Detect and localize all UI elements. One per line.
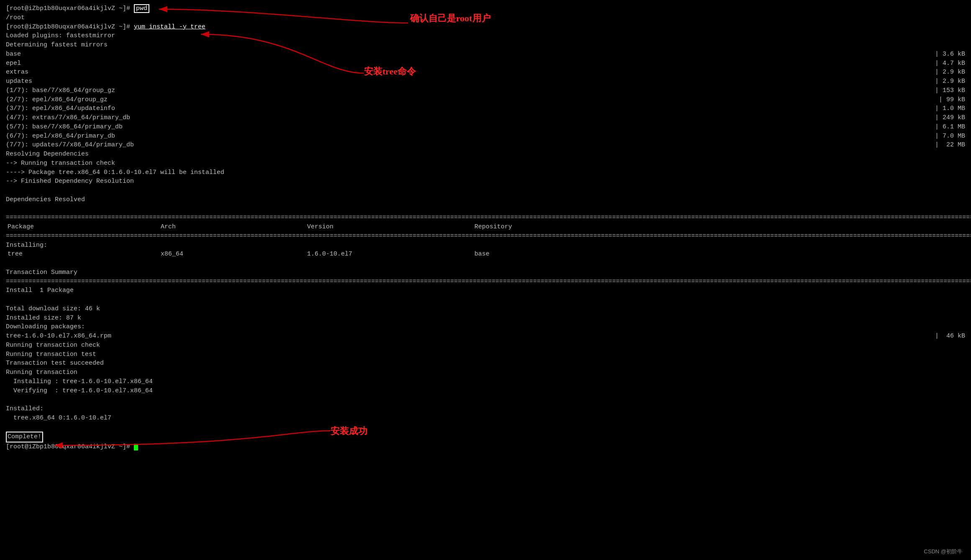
installed-label: Installed: — [6, 404, 965, 414]
terminal-line-15: (6/7): epel/x86_64/primary_db| 7.0 MB — [6, 132, 965, 141]
blank-after-pkg — [6, 259, 965, 268]
terminal-line-14: (5/7): base/7/x86_64/primary_db| 6.1 MB — [6, 123, 965, 132]
col-package: Package — [6, 222, 161, 232]
size-extras: | 2.9 kB — [935, 68, 965, 77]
pkg-version: 1.6.0-10.el7 — [307, 250, 474, 259]
run-transaction-check: Running transaction check — [6, 341, 965, 350]
annotation-install-tree: 安装tree命令 — [364, 65, 416, 78]
prompt-3: [root@iZbp1b80uqxar06a4ikjlvZ ~]# — [6, 23, 134, 31]
blank-3 — [6, 295, 965, 304]
terminal-line-10: (1/7): base/7/x86_64/group_gz| 153 kB — [6, 86, 965, 95]
run-transaction-test: Running transaction test — [6, 350, 965, 359]
size-6of7: | 7.0 MB — [935, 132, 965, 141]
terminal-line-19: ----> Package tree.x86_64 0:1.6.0-10.el7… — [6, 168, 965, 177]
terminal-line-20: --> Finished Dependency Resolution — [6, 177, 965, 186]
terminal-line-blank-2 — [6, 205, 965, 214]
size-updates: | 2.9 kB — [935, 77, 965, 86]
terminal-line-17: Resolving Dependencies — [6, 150, 965, 159]
col-arch: Arch — [161, 222, 307, 232]
downloading-label: Downloading packages: — [6, 322, 965, 332]
terminal-line-blank-1 — [6, 186, 965, 195]
terminal-line-4: Loaded plugins: fastestmirror — [6, 31, 965, 41]
prompt-1: [root@iZbp1b80uqxar06a4ikjlvZ ~]# — [6, 5, 134, 12]
pkg-repo: base — [474, 250, 965, 259]
size-epel: | 4.7 kB — [935, 59, 965, 68]
final-prompt-line: [root@iZbp1b80uqxar06a4ikjlvZ ~]# — [6, 442, 965, 452]
yum-command: yum install -y tree — [134, 23, 205, 31]
size-4of7: | 249 kB — [935, 113, 965, 123]
col-repository: Repository — [474, 222, 965, 232]
complete-text: Complete! — [6, 432, 43, 442]
terminal: [root@iZbp1b80uqxar06a4ikjlvZ ~]# pwd /r… — [0, 0, 971, 560]
pkg-arch: x86_64 — [161, 250, 307, 259]
installing-tree: Installing : tree-1.6.0-10.el7.x86_64 — [6, 377, 965, 386]
install-count: Install 1 Package — [6, 286, 965, 295]
col-version: Version — [307, 222, 474, 232]
complete-line: Complete! — [6, 432, 965, 442]
blank-4 — [6, 395, 965, 404]
rpm-size: | 46 kB — [935, 332, 965, 341]
rpm-download-line: tree-1.6.0-10.el7.x86_64.rpm| 46 kB — [6, 332, 965, 341]
verifying-tree: Verifying : tree-1.6.0-10.el7.x86_64 — [6, 386, 965, 396]
separator-2: ========================================… — [6, 232, 965, 241]
cursor — [134, 444, 138, 450]
pwd-command: pwd — [134, 4, 149, 13]
terminal-line-16: (7/7): updates/7/x86_64/primary_db| 22 M… — [6, 141, 965, 150]
size-7of7: | 22 MB — [935, 141, 965, 150]
total-download: Total download size: 46 k — [6, 304, 965, 314]
size-base: | 3.6 kB — [935, 50, 965, 59]
terminal-line-8: extras| 2.9 kB — [6, 68, 965, 77]
terminal-line-9: updates| 2.9 kB — [6, 77, 965, 86]
separator-3: ========================================… — [6, 277, 965, 286]
pkg-name: tree — [6, 250, 161, 259]
terminal-line-5: Determining fastest mirrors — [6, 41, 965, 50]
terminal-line-12: (3/7): epel/x86_64/updateinfo| 1.0 MB — [6, 104, 965, 113]
watermark: CSDN @初阶牛 — [924, 548, 963, 556]
installing-label: Installing: — [6, 241, 965, 250]
terminal-line-7: epel| 4.7 kB — [6, 59, 965, 68]
final-prompt: [root@iZbp1b80uqxar06a4ikjlvZ ~]# — [6, 443, 134, 450]
installed-size: Installed size: 87 k — [6, 314, 965, 323]
table-header: Package Arch Version Repository — [6, 222, 965, 232]
annotation-install-success: 安装成功 — [330, 424, 367, 438]
pkg-row-tree: tree x86_64 1.6.0-10.el7 base — [6, 250, 965, 259]
size-3of7: | 1.0 MB — [935, 104, 965, 113]
size-2of7: | 99 kB — [939, 95, 965, 105]
installed-pkg: tree.x86_64 0:1.6.0-10.el7 — [6, 414, 965, 423]
size-5of7: | 6.1 MB — [935, 123, 965, 132]
separator-1: ========================================… — [6, 213, 965, 222]
terminal-line-22: Dependencies Resolved — [6, 195, 965, 205]
transaction-summary-label: Transaction Summary — [6, 268, 965, 277]
size-1of7: | 153 kB — [935, 86, 965, 95]
annotation-root-user: 确认自己是root用户 — [410, 12, 491, 25]
transaction-test-succeeded: Transaction test succeeded — [6, 359, 965, 368]
blank-5 — [6, 423, 965, 432]
terminal-line-11: (2/7): epel/x86_64/group_gz| 99 kB — [6, 95, 965, 105]
terminal-line-13: (4/7): extras/7/x86_64/primary_db| 249 k… — [6, 113, 965, 123]
terminal-line-6: base| 3.6 kB — [6, 50, 965, 59]
running-transaction: Running transaction — [6, 368, 965, 377]
terminal-line-18: --> Running transaction check — [6, 159, 965, 168]
